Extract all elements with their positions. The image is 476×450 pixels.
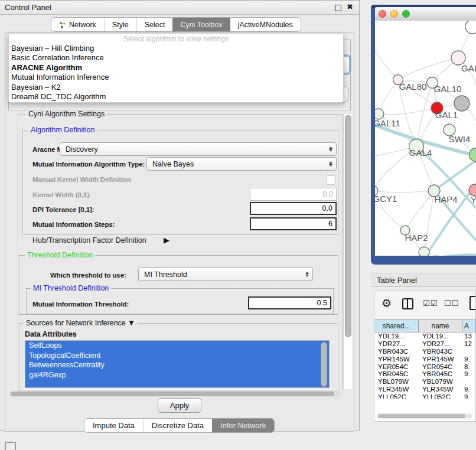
table-cell[interactable]: 9. — [462, 393, 475, 399]
attribute-item-3[interactable]: BetweennessCentrality — [25, 360, 329, 370]
close-panel-icon[interactable]: ✖ — [347, 2, 353, 11]
tab-impute-data[interactable]: Impute Data — [84, 419, 143, 432]
aracne-mode-combobox[interactable]: Discovery — [60, 142, 337, 156]
deselect-all-icon[interactable]: ☐☐ — [444, 299, 459, 308]
table-cell[interactable]: YBR043C — [419, 348, 462, 356]
table-cell[interactable]: YLL052C — [374, 393, 419, 399]
document-icon[interactable] — [470, 296, 476, 310]
columns-icon[interactable] — [402, 298, 413, 309]
table-cell[interactable]: YDL19... — [374, 332, 419, 340]
table-row[interactable]: YLR345WYLR345W9. — [374, 386, 475, 393]
network-graph[interactable]: GALGAL80GAL10GAL1GAL11SWI4GAL4GCY1HAP4YH… — [375, 21, 476, 256]
algorithm-option-1[interactable]: Bayesian – Hill Climbing — [9, 44, 343, 53]
gear-icon[interactable]: ⚙ — [382, 296, 392, 310]
table-panel-title: Table Panel — [377, 276, 417, 285]
tab-jactivemnodules-label: jActiveMNodules — [238, 21, 293, 29]
table-row[interactable]: YDR27...YDR27...12 — [374, 340, 475, 348]
network-window-titlebar[interactable] — [375, 7, 476, 21]
attribute-item-1[interactable]: SelfLoops — [25, 341, 329, 351]
table-row[interactable]: YBR043CYBR043C — [374, 348, 475, 356]
zoom-window-icon[interactable] — [402, 10, 410, 18]
table-cell[interactable]: YBL079W — [419, 378, 462, 386]
table-cell[interactable]: 12 — [462, 340, 475, 348]
algorithm-option-2[interactable]: Basic Correlation Inference — [9, 53, 343, 63]
manual-kernel-width-checkbox[interactable] — [326, 175, 335, 185]
column-header-2[interactable]: name — [419, 320, 462, 332]
network-view-window[interactable]: GALGAL80GAL10GAL1GAL11SWI4GAL4GCY1HAP4YH… — [371, 5, 476, 265]
minimize-window-icon[interactable] — [390, 10, 398, 18]
table-cell[interactable]: YLL052C — [419, 393, 462, 399]
attribute-item-2[interactable]: TopologicalCoefficient — [25, 351, 329, 361]
tab-cyni-toolbox[interactable]: Cyni Toolbox — [172, 18, 230, 31]
table-row[interactable]: YER054CYER054C8. — [374, 363, 475, 371]
algorithm-option-5[interactable]: Bayesian – K2 — [9, 83, 343, 92]
table-cell[interactable]: YER054C — [419, 363, 462, 371]
tab-infer-network[interactable]: Infer Network — [212, 419, 274, 432]
table-row[interactable]: YBR045CYBR045C9. — [374, 370, 475, 378]
mi-threshold-input[interactable] — [248, 296, 331, 309]
table-row[interactable]: YLL052CYLL052C9. — [374, 393, 475, 399]
settings-vscrollbar-track[interactable] — [343, 114, 352, 389]
table-cell[interactable]: 9. — [462, 370, 475, 378]
settings-hscrollbar-track[interactable] — [9, 391, 341, 397]
table-cell[interactable]: YPR145W — [374, 356, 419, 363]
table-cell[interactable]: YBR043C — [374, 348, 419, 356]
tab-select[interactable]: Select — [136, 18, 173, 31]
network-node-node-gray[interactable] — [454, 96, 470, 111]
float-panel-icon[interactable] — [335, 5, 341, 11]
attribute-item-5[interactable] — [25, 380, 329, 388]
attribute-item-4[interactable]: gal4RGexp — [25, 370, 329, 380]
algorithm-option-3[interactable]: ARACNE Algorithm — [9, 63, 343, 73]
table-cell[interactable]: 13 — [462, 332, 475, 340]
table-cell[interactable]: YLR345W — [374, 386, 419, 393]
node-label-HAP4: HAP4 — [434, 194, 457, 204]
list-scrollbar-thumb[interactable] — [321, 342, 327, 387]
table-cell[interactable]: YER054C — [374, 363, 419, 371]
column-header-1[interactable]: shared... — [374, 320, 419, 332]
table-row[interactable]: YDL19...YDL19...13 — [374, 332, 475, 340]
table-cell[interactable] — [462, 348, 475, 356]
network-node-Y-salmon[interactable] — [469, 184, 476, 196]
table-cell[interactable]: YDR27... — [419, 340, 462, 348]
table-cell[interactable]: YPR145W — [419, 356, 462, 363]
tab-jactivemnodules[interactable]: jActiveMNodules — [230, 18, 301, 31]
algorithm-option-6[interactable]: Dream8 DC_TDC Algorithm — [9, 92, 343, 102]
network-canvas[interactable]: GALGAL80GAL10GAL1GAL11SWI4GAL4GCY1HAP4YH… — [375, 21, 476, 256]
algorithm-option-4[interactable]: Mutual Information Inference — [9, 73, 343, 82]
apply-button[interactable]: Apply — [158, 398, 201, 413]
network-node-node-partial-bottom[interactable] — [419, 247, 429, 256]
tab-network[interactable]: Network — [51, 18, 104, 31]
mi-algorithm-type-combobox[interactable]: Naive Bayes — [146, 157, 337, 171]
tab-style[interactable]: Style — [104, 18, 136, 31]
threshold-definition-label: Threshold Definition — [25, 251, 95, 259]
select-all-icon[interactable]: ☑☑ — [423, 299, 438, 308]
table-cell[interactable]: YDR27... — [374, 340, 419, 348]
close-window-icon[interactable] — [379, 10, 386, 18]
table-cell[interactable]: YLR345W — [419, 386, 462, 393]
settings-hscrollbar-thumb[interactable] — [11, 392, 334, 396]
dpi-tolerance-input[interactable] — [250, 202, 337, 215]
data-attributes-list[interactable]: SelfLoopsTopologicalCoefficientBetweenne… — [25, 340, 330, 388]
table-hscrollbar-thumb[interactable] — [378, 414, 465, 418]
table-cell[interactable]: 8. — [462, 363, 475, 371]
table-cell[interactable]: 9. — [462, 356, 475, 363]
tab-discretize-data[interactable]: Discretize Data — [143, 419, 212, 432]
node-label-Y-salmon: Y — [471, 195, 476, 205]
collapsed-panel-icon[interactable] — [5, 442, 16, 450]
table-row[interactable]: YBL079WYBL079W — [374, 378, 475, 386]
settings-vscrollbar-thumb[interactable] — [345, 115, 351, 337]
expand-arrow-icon[interactable]: ▶ — [164, 236, 169, 244]
mi-steps-input[interactable] — [250, 217, 337, 230]
table-hscrollbar-track[interactable] — [377, 413, 472, 419]
table-cell[interactable]: YDL19... — [419, 332, 462, 340]
column-header-3[interactable]: A — [462, 320, 475, 332]
network-node-node-partial-top[interactable] — [465, 21, 476, 34]
table-cell[interactable]: 9. — [462, 386, 475, 393]
table-cell[interactable]: YBR045C — [374, 370, 419, 378]
table-cell[interactable]: YBL079W — [374, 378, 419, 386]
table-row[interactable]: YPR145WYPR145W9. — [374, 356, 475, 363]
table-cell[interactable]: YBR045C — [419, 370, 462, 378]
which-threshold-combobox[interactable]: MI Threshold — [138, 268, 313, 281]
collapse-arrow-icon[interactable]: ▼ — [128, 319, 135, 327]
table-cell[interactable] — [462, 378, 475, 386]
